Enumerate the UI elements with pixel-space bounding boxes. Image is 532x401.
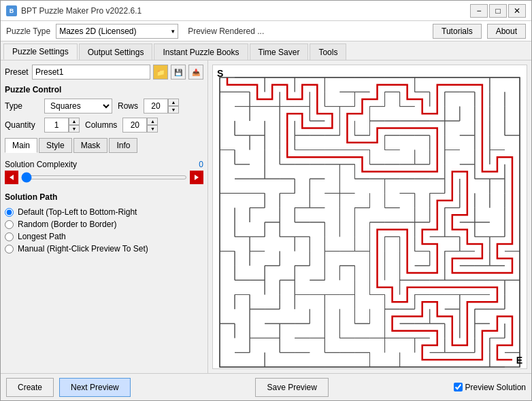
about-button[interactable]: About: [487, 24, 526, 39]
slider-left-arrow[interactable]: [5, 171, 18, 184]
type-row: Type Squares Rows ▲ ▼: [5, 99, 203, 114]
tab-instant-puzzle-books[interactable]: Instant Puzzle Books: [154, 43, 248, 60]
left-panel: Preset 📁 💾 📥 Puzzle Control Type Squares…: [1, 60, 208, 373]
bottom-right: Preview Solution: [454, 383, 526, 392]
radio-group: Default (Top-Left to Bottom-Right Random…: [5, 207, 203, 254]
title-bar: B BPT Puzzle Maker Pro v2022.6.1 − □ ✕: [1, 1, 531, 21]
sub-tab-style[interactable]: Style: [39, 138, 72, 153]
preset-row: Preset 📁 💾 📥: [5, 65, 203, 80]
radio-manual[interactable]: Manual (Right-Click Preview To Set): [5, 244, 203, 254]
app-icon-text: B: [10, 7, 14, 14]
slider-right-arrow[interactable]: [190, 171, 203, 184]
rows-spin-buttons: ▲ ▼: [168, 99, 179, 114]
preset-saveas-button[interactable]: 📥: [188, 65, 203, 80]
svg-marker-0: [10, 175, 14, 180]
columns-up-button[interactable]: ▲: [147, 118, 158, 125]
rows-up-button[interactable]: ▲: [168, 99, 179, 106]
maze-end-label: E: [516, 355, 522, 366]
columns-down-button[interactable]: ▼: [147, 125, 158, 133]
tab-output-settings[interactable]: Output Settings: [79, 43, 153, 60]
preview-solution-checkbox-label[interactable]: Preview Solution: [454, 383, 526, 392]
quantity-spin-buttons: ▲ ▼: [69, 118, 80, 133]
preset-folder-button[interactable]: 📁: [153, 65, 168, 80]
radio-default-label: Default (Top-Left to Bottom-Right: [18, 207, 137, 217]
create-button[interactable]: Create: [6, 378, 54, 397]
solution-complexity-section: Solution Complexity 0: [5, 160, 203, 184]
puzzle-type-wrapper: Mazes 2D (Licensed) ▼: [56, 24, 178, 39]
menu-bar-left: Puzzle Type Mazes 2D (Licensed) ▼ Previe…: [6, 24, 264, 39]
radio-manual-label: Manual (Right-Click Preview To Set): [18, 244, 148, 254]
quantity-spinner: ▲ ▼: [44, 118, 80, 133]
save-preview-button[interactable]: Save Preview: [255, 378, 328, 397]
quantity-up-button[interactable]: ▲: [69, 118, 80, 125]
maze-panel: S E: [212, 65, 527, 369]
menu-bar-right: Tutorials About: [433, 24, 526, 39]
quantity-row: Quantity ▲ ▼ Columns ▲ ▼: [5, 118, 203, 133]
tab-time-saver[interactable]: Time Saver: [250, 43, 309, 60]
maze-container: S E: [213, 65, 527, 368]
radio-default-input[interactable]: [5, 208, 14, 217]
title-bar-left: B BPT Puzzle Maker Pro v2022.6.1: [6, 5, 142, 16]
tab-tools[interactable]: Tools: [310, 43, 346, 60]
app-title: BPT Puzzle Maker Pro v2022.6.1: [21, 6, 142, 16]
radio-manual-input[interactable]: [5, 245, 14, 254]
sub-tab-main[interactable]: Main: [5, 138, 37, 153]
preset-input[interactable]: [32, 65, 150, 80]
radio-longest-input[interactable]: [5, 232, 14, 241]
menu-bar: Puzzle Type Mazes 2D (Licensed) ▼ Previe…: [1, 21, 531, 41]
radio-random-input[interactable]: [5, 220, 14, 229]
slider-row: [5, 171, 203, 184]
quantity-label: Quantity: [5, 120, 39, 130]
radio-longest-label: Longest Path: [18, 232, 66, 241]
radio-default[interactable]: Default (Top-Left to Bottom-Right: [5, 207, 203, 217]
svg-marker-1: [195, 175, 199, 180]
puzzle-type-label: Puzzle Type: [6, 27, 50, 36]
maze-start-label: S: [217, 68, 223, 79]
minimize-button[interactable]: −: [470, 4, 488, 18]
quantity-down-button[interactable]: ▼: [69, 125, 80, 133]
next-preview-button[interactable]: Next Preview: [59, 378, 131, 397]
columns-spin-buttons: ▲ ▼: [147, 118, 158, 133]
puzzle-control-label: Puzzle Control: [5, 85, 203, 94]
columns-spinner: ▲ ▼: [122, 118, 158, 133]
quantity-input[interactable]: [44, 118, 69, 133]
main-content: Preset 📁 💾 📥 Puzzle Control Type Squares…: [1, 60, 531, 373]
type-select[interactable]: Squares: [44, 99, 112, 114]
puzzle-type-select[interactable]: Mazes 2D (Licensed): [56, 24, 178, 39]
sub-tab-info[interactable]: Info: [109, 138, 137, 153]
columns-input[interactable]: [122, 118, 147, 133]
rows-down-button[interactable]: ▼: [168, 106, 179, 114]
window-controls: − □ ✕: [470, 4, 526, 18]
preset-label: Preset: [5, 67, 29, 77]
type-label: Type: [5, 101, 39, 111]
rows-spinner: ▲ ▼: [144, 99, 179, 114]
bottom-left: Create Next Preview: [6, 378, 131, 397]
main-window: B BPT Puzzle Maker Pro v2022.6.1 − □ ✕ P…: [0, 0, 532, 401]
app-icon: B: [6, 5, 17, 16]
complexity-slider[interactable]: [21, 175, 187, 179]
slider-label-row: Solution Complexity 0: [5, 160, 203, 169]
columns-label: Columns: [85, 120, 117, 130]
tab-bar: Puzzle Settings Output Settings Instant …: [1, 41, 531, 60]
radio-random[interactable]: Random (Border to Border): [5, 220, 203, 229]
bottom-bar: Create Next Preview Save Preview Preview…: [1, 373, 531, 400]
tutorials-button[interactable]: Tutorials: [433, 24, 482, 39]
maze-canvas: [213, 65, 527, 368]
tab-puzzle-settings[interactable]: Puzzle Settings: [3, 43, 78, 60]
solution-complexity-value: 0: [199, 160, 203, 169]
close-button[interactable]: ✕: [508, 4, 526, 18]
maximize-button[interactable]: □: [489, 4, 507, 18]
radio-longest[interactable]: Longest Path: [5, 232, 203, 241]
solution-complexity-label: Solution Complexity: [5, 160, 77, 169]
preview-solution-checkbox[interactable]: [454, 383, 463, 391]
preset-save-button[interactable]: 💾: [171, 65, 186, 80]
radio-random-label: Random (Border to Border): [18, 220, 116, 229]
solution-path-label: Solution Path: [5, 192, 203, 202]
sub-tab-mask[interactable]: Mask: [73, 138, 108, 153]
rows-label: Rows: [118, 101, 138, 111]
rows-input[interactable]: [144, 99, 168, 114]
preview-solution-label: Preview Solution: [465, 383, 526, 392]
preview-text: Preview Rendered ...: [188, 27, 264, 36]
sub-tab-bar: Main Style Mask Info: [5, 138, 203, 153]
